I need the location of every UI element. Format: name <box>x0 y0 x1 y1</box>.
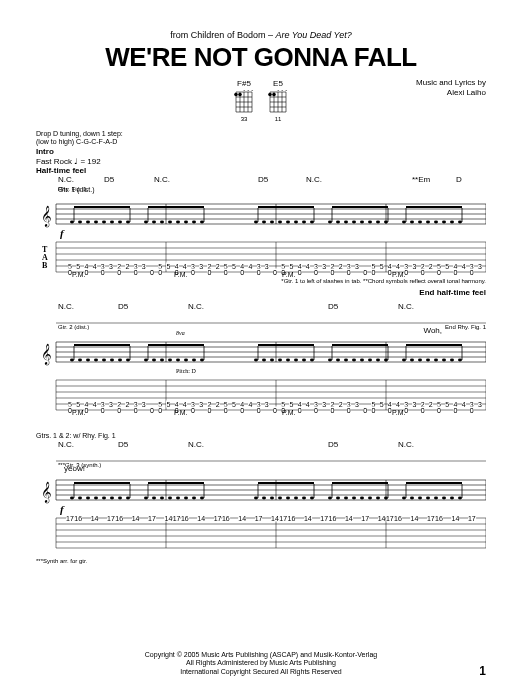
tab-number: 0 <box>298 269 302 276</box>
pm-marking: P.M. <box>72 409 86 416</box>
tab-number: 16 <box>287 515 295 522</box>
svg-point-43 <box>86 221 90 224</box>
svg-point-47 <box>118 221 122 224</box>
tab-number: 3 <box>109 401 113 408</box>
tab-number: 3 <box>355 401 359 408</box>
tab-number: 14 <box>132 515 140 522</box>
tab-number: 0 <box>134 407 138 414</box>
tab-number: 4 <box>183 401 187 408</box>
tab-number: 0 <box>207 407 211 414</box>
tab-number: 3 <box>142 263 146 270</box>
tab-number: 17 <box>173 515 181 522</box>
svg-text:x: x <box>285 90 288 92</box>
svg-point-25 <box>268 93 272 97</box>
slash-staff-icon <box>36 452 486 470</box>
tab-number: 0 <box>330 269 334 276</box>
tab-number: 4 <box>183 263 187 270</box>
tab-number: 17 <box>361 515 369 522</box>
chord-frets: 33 <box>241 116 248 122</box>
feel-label: Half-time feel <box>36 166 486 175</box>
svg-text:𝄞: 𝄞 <box>41 343 52 366</box>
tab-number: 16 <box>181 515 189 522</box>
tab-number: 2 <box>125 401 129 408</box>
svg-point-48 <box>126 221 130 224</box>
tab-number: 0 <box>363 269 367 276</box>
tab-number: 3 <box>355 263 359 270</box>
tab-number: 2 <box>216 401 220 408</box>
chord-diagram-fs5: F#5 xxx 33 <box>234 79 254 122</box>
tab-number: 0 <box>470 407 474 414</box>
tab-number: 17 <box>148 515 156 522</box>
svg-point-45 <box>102 221 106 224</box>
chord: D5 <box>328 440 398 449</box>
svg-text:x: x <box>251 90 254 92</box>
tuning-line1: Drop D tuning, down 1 step: <box>36 130 486 138</box>
tab-number: 0 <box>347 269 351 276</box>
page-number: 1 <box>479 664 486 678</box>
copyright-line3: International Copyright Secured All Righ… <box>0 668 522 676</box>
end-half-time-label: End half-time feel <box>419 288 486 297</box>
tuning-line2: (low to high) C-G-C-F-A-D <box>36 138 486 146</box>
tab-number: 0 <box>437 269 441 276</box>
tab-number: 0 <box>158 407 162 414</box>
tab-number: 2 <box>339 401 343 408</box>
chord <box>208 175 258 184</box>
vocal-staff: yeow! <box>36 452 486 470</box>
tab-number: 0 <box>224 407 228 414</box>
source-line: from Children of Bodom – Are You Dead Ye… <box>36 30 486 40</box>
tab-number: 3 <box>142 401 146 408</box>
tab-number: 3 <box>265 401 269 408</box>
svg-point-44 <box>94 221 98 224</box>
chord-name: E5 <box>273 79 283 88</box>
tab-number: 17 <box>386 515 394 522</box>
tab-staff: TAB 554433223355443322554433554433223355… <box>36 238 486 276</box>
tab-number: 16 <box>328 515 336 522</box>
tab-number: 0 <box>257 407 261 414</box>
tab-number: 16 <box>222 515 230 522</box>
chord: D5 <box>258 175 306 184</box>
tab-number: 4 <box>248 401 252 408</box>
staff-lines-icon: 𝄞 <box>36 332 486 372</box>
tab-number: 2 <box>125 263 129 270</box>
tab-number: 17 <box>66 515 74 522</box>
chord: N.C. <box>58 302 118 311</box>
pm-marking: P.M. <box>174 409 188 416</box>
chord: N.C. <box>188 440 262 449</box>
song-title: WE'RE NOT GONNA FALL <box>36 42 486 73</box>
tab-number: 0 <box>150 407 154 414</box>
tempo-marking: Fast Rock ♩ = 192 <box>36 157 486 166</box>
tab-number: 0 <box>134 269 138 276</box>
tab-number: 17 <box>255 515 263 522</box>
tab-number: 0 <box>421 269 425 276</box>
tab-number: 0 <box>117 269 121 276</box>
tab-number: 0 <box>240 407 244 414</box>
pm-marking: P.M. <box>392 271 406 278</box>
chord: N.C. <box>306 175 362 184</box>
footnote: *Gtr. 1 to left of slashes in tab. **Cho… <box>36 278 486 284</box>
tab-number: 0 <box>371 407 375 414</box>
chord: D5 <box>118 440 188 449</box>
tab-number: 4 <box>306 263 310 270</box>
tab-number: 2 <box>429 263 433 270</box>
chord: D5 <box>104 175 154 184</box>
system-1: N.C. D5 N.C. D5 N.C. **Em D Gtr. 1 (dist… <box>36 175 486 284</box>
tab-number: 0 <box>314 269 318 276</box>
copyright-block: Copyright © 2005 Music Arts Publishing (… <box>0 651 522 676</box>
svg-point-10 <box>234 93 238 97</box>
tab-number: 3 <box>478 401 482 408</box>
tab-number: 0 <box>314 407 318 414</box>
tuning-info: Drop D tuning, down 1 step: (low to high… <box>36 130 486 145</box>
tab-number: 5 <box>232 263 236 270</box>
svg-text:𝄞: 𝄞 <box>41 481 52 504</box>
tab-number: 3 <box>199 263 203 270</box>
tab-number: 14 <box>378 515 386 522</box>
tab-number: 17 <box>214 515 222 522</box>
end-rhy-fig: End Rhy. Fig. 1 <box>445 324 486 330</box>
tab-number: 14 <box>410 515 418 522</box>
staff-lines-icon: 𝄞 <box>36 194 486 234</box>
tab-number: 3 <box>199 401 203 408</box>
tab-number: 17 <box>427 515 435 522</box>
pm-marking: P.M. <box>282 409 296 416</box>
svg-text:x: x <box>277 90 280 92</box>
tab-number: 3 <box>412 401 416 408</box>
